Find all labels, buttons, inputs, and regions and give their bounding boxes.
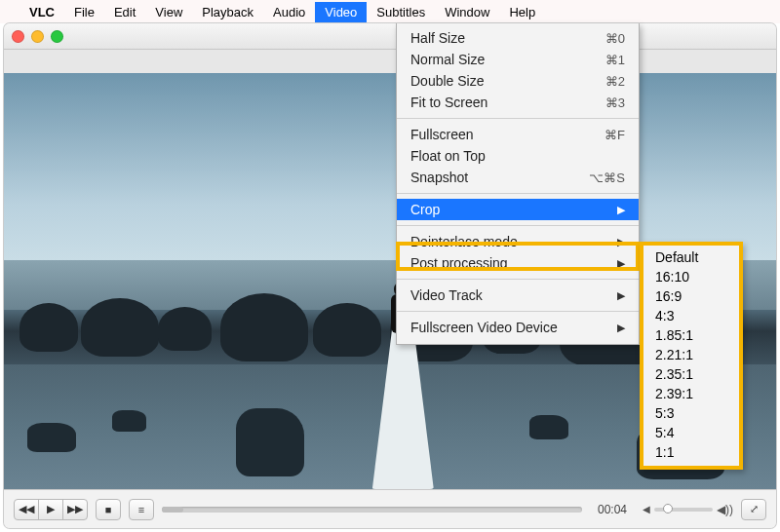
menubar-playback[interactable]: Playback [192, 2, 263, 22]
menu-double-size[interactable]: Double Size⌘2 [397, 70, 639, 92]
chevron-right-icon: ▶ [617, 204, 625, 216]
crop-default[interactable]: Default [644, 247, 739, 267]
crop-2-35-1[interactable]: 2.35:1 [644, 364, 739, 384]
chevron-right-icon: ▶ [617, 236, 625, 248]
menubar-subtitles[interactable]: Subtitles [367, 2, 435, 22]
crop-16-10[interactable]: 16:10 [644, 267, 739, 286]
menu-fullscreen-video-device[interactable]: Fullscreen Video Device▶ [397, 317, 639, 338]
forward-button[interactable]: ▶▶ [62, 499, 88, 520]
menu-half-size[interactable]: Half Size⌘0 [397, 27, 639, 49]
menu-separator [397, 225, 639, 226]
menu-separator [397, 279, 639, 280]
rewind-button[interactable]: ◀◀ [14, 499, 39, 520]
zoom-icon[interactable] [51, 30, 63, 43]
menu-snapshot[interactable]: Snapshot⌥⌘S [397, 167, 639, 188]
volume-high-icon[interactable]: ◀)) [717, 503, 733, 516]
chevron-right-icon: ▶ [617, 289, 625, 302]
video-menu: Half Size⌘0 Normal Size⌘1 Double Size⌘2 … [396, 23, 640, 345]
volume-controls: ◀ ◀)) [643, 503, 733, 516]
menu-separator [397, 311, 639, 312]
seek-bar[interactable] [162, 507, 582, 513]
menu-fit-to-screen[interactable]: Fit to Screen⌘3 [397, 92, 639, 113]
crop-1-1[interactable]: 1:1 [644, 442, 739, 462]
play-button[interactable]: ▶ [38, 499, 63, 520]
menubar-app[interactable]: VLC [20, 2, 64, 22]
playback-buttons: ◀◀ ▶ ▶▶ [14, 499, 88, 520]
menubar-edit[interactable]: Edit [104, 2, 145, 22]
menu-bar: VLC File Edit View Playback Audio Video … [0, 0, 780, 23]
menubar-video[interactable]: Video [315, 2, 367, 22]
menu-float-on-top[interactable]: Float on Top [397, 145, 639, 167]
volume-slider[interactable] [654, 508, 713, 512]
time-display: 00:04 [598, 503, 627, 516]
menu-separator [397, 193, 639, 194]
chevron-right-icon: ▶ [617, 322, 625, 334]
crop-1-85-1[interactable]: 1.85:1 [644, 325, 739, 345]
menubar-view[interactable]: View [145, 2, 192, 22]
menu-fullscreen[interactable]: Fullscreen⌘F [397, 124, 639, 145]
playlist-button[interactable]: ≡ [129, 499, 154, 520]
menubar-file[interactable]: File [64, 2, 104, 22]
crop-16-9[interactable]: 16:9 [644, 286, 739, 306]
stop-button[interactable]: ■ [96, 499, 121, 520]
crop-5-4[interactable]: 5:4 [644, 423, 739, 442]
minimize-icon[interactable] [31, 30, 44, 43]
crop-2-39-1[interactable]: 2.39:1 [644, 384, 739, 403]
menu-crop[interactable]: Crop▶ [397, 199, 639, 220]
menu-separator [397, 118, 639, 119]
fullscreen-button[interactable]: ⤢ [741, 499, 766, 520]
crop-4-3[interactable]: 4:3 [644, 306, 739, 325]
sky [4, 73, 776, 260]
crop-submenu: Default 16:10 16:9 4:3 1.85:1 2.21:1 2.3… [640, 242, 743, 470]
crop-5-3[interactable]: 5:3 [644, 403, 739, 423]
menubar-audio[interactable]: Audio [263, 2, 315, 22]
close-icon[interactable] [12, 30, 24, 43]
controls-bar: ◀◀ ▶ ▶▶ ■ ≡ 00:04 ◀ ◀)) ⤢ [4, 489, 776, 528]
chevron-right-icon: ▶ [617, 257, 625, 270]
menubar-window[interactable]: Window [435, 2, 499, 22]
crop-2-21-1[interactable]: 2.21:1 [644, 345, 739, 364]
menu-normal-size[interactable]: Normal Size⌘1 [397, 49, 639, 70]
titlebar [4, 23, 776, 50]
volume-low-icon[interactable]: ◀ [643, 504, 650, 514]
menubar-help[interactable]: Help [499, 2, 545, 22]
menu-post-processing[interactable]: Post processing▶ [397, 252, 639, 274]
menu-video-track[interactable]: Video Track▶ [397, 285, 639, 306]
seek-bar-wrap [162, 507, 582, 513]
menu-deinterlace-mode[interactable]: Deinterlace mode▶ [397, 231, 639, 252]
